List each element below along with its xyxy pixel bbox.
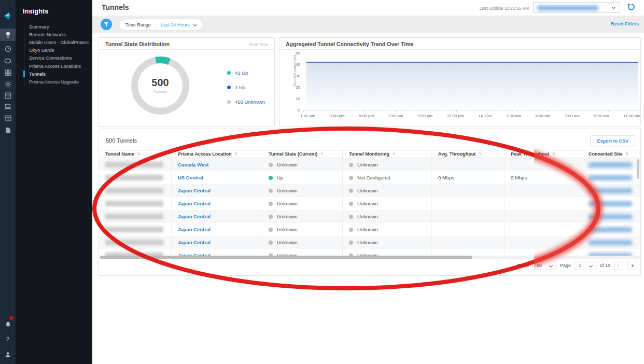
x-tick: 7:00 am — [565, 114, 580, 118]
init-dot-icon — [227, 86, 231, 89]
column-header-location[interactable]: Prisma Access Location⇅ — [172, 150, 262, 158]
next-page-button[interactable] — [627, 261, 636, 270]
sidebar-item-okyo-garde[interactable]: Okyo Garde — [24, 47, 89, 54]
monitoring-dot-icon — [349, 241, 353, 245]
table-row[interactable]: Japan Central Unknown Unknown -- -- — [99, 223, 640, 236]
location-link[interactable]: Japan Central — [178, 188, 211, 193]
reports-layout-icon[interactable] — [0, 112, 16, 124]
y-tick: 50 — [285, 51, 300, 55]
table-header-row: Tunnel Name⇅ Prisma Access Location⇅ Tun… — [99, 150, 640, 158]
redacted-instance-name — [537, 6, 598, 10]
series-line — [306, 62, 638, 63]
state-dot-icon — [269, 176, 273, 180]
unknown-dot-icon — [227, 100, 231, 104]
table-row[interactable]: Canada West Unknown Unknown -- -- — [99, 158, 640, 171]
sidebar-item-tunnels[interactable]: Tunnels — [24, 70, 89, 78]
logs-document-icon[interactable] — [0, 124, 16, 136]
column-header-tunnel-state[interactable]: Tunnel State (Current)⇅ — [262, 150, 343, 158]
redacted-connected-site — [589, 175, 632, 180]
chevron-down-icon — [612, 5, 615, 9]
x-tick: 1:00 pm — [300, 114, 315, 118]
location-link[interactable]: Canada West — [178, 162, 208, 167]
prisma-access-logo-icon[interactable] — [2, 9, 14, 24]
chevron-right-icon — [629, 263, 633, 267]
table-row[interactable]: Japan Central Unknown Unknown -- -- — [99, 210, 640, 223]
monitoring-dot-icon — [349, 163, 353, 167]
rows-per-page-select[interactable]: 50 — [533, 261, 556, 270]
y-tick: 30 — [285, 74, 300, 78]
table-row[interactable]: Japan Central Unknown Unknown -- -- — [99, 249, 640, 256]
column-header-avg-throughput[interactable]: Avg. Throughput⇅ — [432, 150, 505, 158]
settings-gear-icon[interactable] — [0, 78, 16, 90]
chevron-down-icon — [589, 263, 593, 267]
nav-panel-title: Insights — [16, 0, 92, 15]
legend-item-unknown[interactable]: 458 Unknown — [227, 99, 265, 105]
sort-icon[interactable]: ⇅ — [552, 152, 555, 156]
redacted-tunnel-name — [105, 214, 163, 219]
up-dot-icon — [227, 71, 231, 75]
export-to-csv-button[interactable]: Export to CSV — [590, 135, 635, 146]
redacted-tunnel-name — [105, 227, 163, 232]
chevron-down-icon — [193, 23, 197, 26]
apps-grid-icon[interactable] — [0, 66, 16, 79]
sidebar-item-remote-networks[interactable]: Remote Networks — [24, 31, 89, 38]
scrollbar-thumb[interactable] — [100, 256, 472, 259]
previous-page-button[interactable] — [614, 261, 623, 270]
instance-selector-dropdown[interactable] — [533, 2, 620, 13]
sidebar-item-summary[interactable]: Summary — [24, 23, 89, 31]
donut-legend: 41 Up 1 Init 458 Unknown — [227, 70, 265, 114]
zero-trust-ellipse-icon[interactable] — [0, 54, 16, 67]
table-row[interactable]: Japan Central Unknown Unknown -- -- — [99, 236, 640, 249]
location-link[interactable]: US Central — [178, 175, 203, 180]
redacted-tunnel-name — [105, 162, 163, 167]
donut-chart[interactable]: 500 Tunnels — [131, 57, 189, 115]
table-vertical-scrollbar[interactable] — [637, 159, 639, 179]
page-select[interactable]: 1 — [575, 261, 596, 270]
filter-funnel-button[interactable] — [101, 19, 112, 30]
legend-item-init[interactable]: 1 Init — [227, 85, 265, 90]
sidebar-item-prisma-access-upgrade[interactable]: Prisma Access Upgrade — [24, 78, 89, 86]
redacted-tunnel-name — [105, 175, 163, 180]
monitoring-dot-icon — [349, 176, 353, 180]
table-row[interactable]: Japan Central Unknown Unknown -- -- — [99, 197, 640, 210]
sort-icon[interactable]: ⇅ — [626, 152, 629, 156]
table-row[interactable]: US Central Up Not Configured 0 Mbps 0 Mb… — [99, 171, 640, 184]
redacted-connected-site — [589, 162, 632, 167]
time-range-label: Time Range — [125, 22, 156, 27]
user-icon[interactable] — [0, 348, 16, 361]
reset-filters-link[interactable]: Reset Filters — [611, 21, 639, 26]
time-range-selector[interactable]: Time Range Last 24 Hours — [119, 19, 203, 30]
sort-icon[interactable]: ⇅ — [393, 152, 396, 156]
location-link[interactable]: Japan Central — [178, 214, 211, 219]
redacted-connected-site — [589, 227, 632, 232]
location-link[interactable]: Japan Central — [178, 227, 211, 232]
column-header-tunnel-monitoring[interactable]: Tunnel Monitoring⇅ — [343, 150, 432, 158]
sort-icon[interactable]: ⇅ — [235, 152, 238, 156]
table-row[interactable]: Japan Central Unknown Unknown -- -- — [99, 184, 640, 197]
tunnel-connectivity-trend-card: Aggregated Tunnel Connectivity Trend Ove… — [279, 37, 641, 127]
column-header-connected-site[interactable]: Connected Site⇅ — [582, 150, 640, 158]
column-header-peak-throughput[interactable]: Peak Throughput⇅ — [505, 150, 582, 158]
add-ons-box-icon[interactable] — [0, 89, 16, 102]
sidebar-item-mobile-users-globalprotect[interactable]: Mobile Users - GlobalProtect — [24, 38, 89, 46]
sort-icon[interactable]: ⇅ — [479, 152, 482, 156]
card-header: Aggregated Tunnel Connectivity Trend Ove… — [279, 38, 640, 50]
devices-icon[interactable] — [0, 101, 16, 113]
help-icon[interactable]: ? — [0, 333, 16, 345]
area-chart-plot[interactable] — [306, 53, 638, 110]
sidebar-item-prisma-access-locations[interactable]: Prisma Access Locations — [24, 62, 89, 70]
sort-icon[interactable]: ⇅ — [137, 152, 141, 156]
dashboard-gauge-icon[interactable] — [0, 43, 16, 55]
location-link[interactable]: Japan Central — [178, 201, 211, 206]
notifications-bell-icon[interactable] — [0, 317, 16, 330]
donut-total-label: Tunnels — [153, 89, 167, 94]
column-header-tunnel-name[interactable]: Tunnel Name⇅ — [99, 150, 172, 158]
table-title: 500 Tunnels — [106, 137, 137, 144]
sidebar-item-service-connections[interactable]: Service Connections — [24, 54, 89, 62]
refresh-icon[interactable] — [627, 3, 636, 11]
legend-item-up[interactable]: 41 Up — [227, 70, 265, 76]
insights-lightbulb-icon[interactable] — [0, 29, 16, 41]
location-link[interactable]: Japan Central — [178, 240, 211, 245]
sort-icon[interactable]: ⇅ — [320, 152, 324, 156]
table-horizontal-scrollbar[interactable] — [99, 256, 640, 259]
